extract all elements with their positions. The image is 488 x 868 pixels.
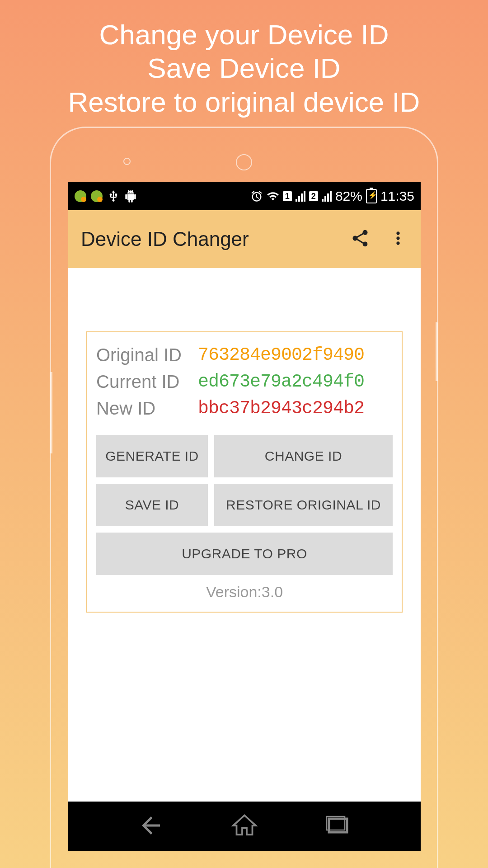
version-text: Version:3.0	[96, 583, 393, 601]
restore-id-button[interactable]: RESTORE ORIGINAL ID	[214, 484, 393, 526]
back-icon[interactable]	[137, 812, 164, 841]
upgrade-pro-button[interactable]: UPGRADE TO PRO	[96, 533, 393, 575]
battery-percent: 82%	[335, 189, 362, 204]
status-right: 1 2 82% 11:35	[250, 189, 414, 204]
phone-volume-button	[50, 372, 52, 453]
phone-sensor	[123, 158, 131, 165]
phone-power-button	[436, 322, 438, 381]
navigation-bar	[68, 802, 421, 851]
sim-2-badge: 2	[309, 191, 318, 201]
battery-icon	[366, 189, 377, 203]
new-id-value: bbc37b2943c294b2	[198, 398, 364, 419]
content-area: Original ID 763284e9002f9490 Current ID …	[68, 268, 421, 613]
generate-id-button[interactable]: GENERATE ID	[96, 435, 208, 477]
app-notification-icon-2	[91, 190, 103, 202]
phone-speaker	[236, 154, 252, 170]
promo-line-3: Restore to original device ID	[0, 85, 488, 119]
app-notification-icon	[75, 190, 86, 202]
promo-header: Change your Device ID Save Device ID Res…	[0, 0, 488, 119]
clock-time: 11:35	[380, 189, 414, 204]
app-title: Device ID Changer	[81, 228, 249, 250]
current-id-row: Current ID ed673e79a2c494f0	[96, 372, 393, 392]
usb-icon	[107, 190, 120, 203]
save-id-button[interactable]: SAVE ID	[96, 484, 208, 526]
app-bar-actions	[350, 228, 408, 250]
id-card: Original ID 763284e9002f9490 Current ID …	[86, 331, 403, 613]
original-id-value: 763284e9002f9490	[198, 345, 364, 365]
original-id-row: Original ID 763284e9002f9490	[96, 345, 393, 365]
status-left	[75, 190, 137, 203]
app-bar: Device ID Changer	[68, 210, 421, 268]
current-id-label: Current ID	[96, 372, 198, 392]
share-icon[interactable]	[350, 228, 370, 250]
new-id-row: New ID bbc37b2943c294b2	[96, 398, 393, 419]
alarm-icon	[250, 190, 263, 203]
current-id-value: ed673e79a2c494f0	[198, 372, 364, 392]
button-grid: GENERATE ID CHANGE ID SAVE ID RESTORE OR…	[96, 435, 393, 575]
recent-apps-icon[interactable]	[324, 812, 352, 841]
home-icon[interactable]	[231, 812, 258, 841]
wifi-icon	[267, 190, 279, 203]
new-id-label: New ID	[96, 398, 198, 419]
signal-2-icon	[322, 191, 332, 202]
status-bar: 1 2 82% 11:35	[68, 182, 421, 210]
sim-1-badge: 1	[283, 191, 292, 201]
signal-1-icon	[296, 191, 305, 202]
menu-dots-icon[interactable]	[388, 228, 408, 250]
phone-screen: 1 2 82% 11:35 Device ID Changer	[68, 182, 421, 851]
android-icon	[124, 190, 137, 203]
promo-line-1: Change your Device ID	[0, 18, 488, 52]
phone-frame: 1 2 82% 11:35 Device ID Changer	[50, 127, 438, 868]
original-id-label: Original ID	[96, 345, 198, 365]
change-id-button[interactable]: CHANGE ID	[214, 435, 393, 477]
promo-line-2: Save Device ID	[0, 52, 488, 85]
